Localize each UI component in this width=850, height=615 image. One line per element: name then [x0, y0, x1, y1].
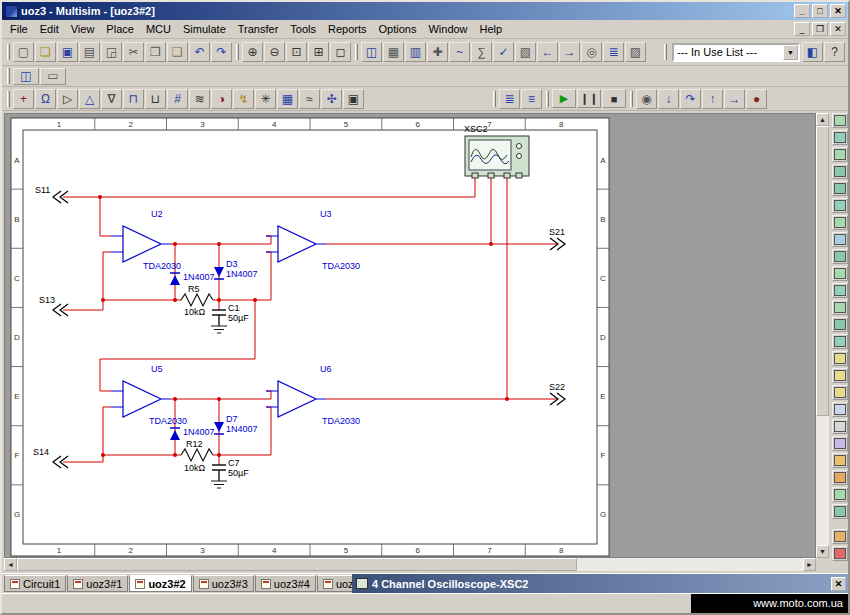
component-wizard-icon[interactable]: ✚: [427, 42, 448, 62]
svg-text:S13[interactable]: S13: [39, 295, 55, 305]
agilent-multimeter-icon[interactable]: [832, 368, 848, 383]
paste-icon[interactable]: ❑: [167, 42, 188, 62]
svg-text:U2[interactable]: U2: [151, 209, 163, 219]
place-power-icon[interactable]: ↯: [233, 89, 254, 109]
svg-text:1N4007[interactable]: 1N4007: [226, 269, 258, 279]
svg-text:50µF[interactable]: 50µF: [228, 313, 249, 323]
instrument-icon[interactable]: [832, 504, 848, 519]
scroll-left-icon[interactable]: ◄: [4, 558, 17, 571]
print-preview-icon[interactable]: ◲: [101, 42, 122, 62]
tab-uoz3-3[interactable]: uoz3#3: [193, 575, 254, 592]
scope-terminal[interactable]: [472, 173, 478, 178]
ladder-rungs-icon[interactable]: ≣: [499, 89, 520, 109]
multimeter-icon[interactable]: [832, 113, 848, 128]
scope-terminal[interactable]: [488, 173, 494, 178]
find-icon[interactable]: ◎: [581, 42, 602, 62]
oscilloscope-panel-titlebar[interactable]: 4 Channel Oscilloscope-XSC2 ✕: [352, 574, 848, 593]
current-probe-icon[interactable]: [832, 470, 848, 485]
zoom-out-icon[interactable]: ⊖: [264, 42, 285, 62]
mdi-minimize-button[interactable]: _: [794, 22, 810, 36]
svg-text:10kΩ[interactable]: 10kΩ: [184, 307, 206, 317]
svg-text:R5[interactable]: R5: [188, 284, 200, 294]
svg-text:TDA2030[interactable]: TDA2030: [143, 261, 181, 271]
open-icon[interactable]: ❏: [35, 42, 56, 62]
menu-view[interactable]: View: [65, 21, 101, 37]
zoom-full-icon[interactable]: ◻: [330, 42, 351, 62]
place-misc-digital-icon[interactable]: #: [167, 89, 188, 109]
scroll-right-icon[interactable]: ►: [803, 558, 816, 571]
logic-analyzer-icon[interactable]: [832, 249, 848, 264]
instrument-icon[interactable]: [832, 546, 848, 561]
zoom-fit-icon[interactable]: ⊞: [308, 42, 329, 62]
toolbar-grip[interactable]: [236, 44, 239, 60]
distortion-analyzer-icon[interactable]: [832, 300, 848, 315]
stop-icon[interactable]: ■: [602, 89, 626, 108]
toolbar-grip[interactable]: [7, 44, 10, 60]
toolbar-grip[interactable]: [664, 44, 667, 60]
wattmeter-icon[interactable]: [832, 147, 848, 162]
save-icon[interactable]: ▣: [57, 42, 78, 62]
minimize-button[interactable]: _: [794, 4, 810, 18]
description-box-icon[interactable]: ▭: [40, 68, 66, 85]
instrument-icon[interactable]: [832, 487, 848, 502]
oscilloscope-icon[interactable]: [832, 164, 848, 179]
svg-text:C1[interactable]: C1: [228, 303, 240, 313]
place-transistor-icon[interactable]: △: [79, 89, 100, 109]
toolbar-grip[interactable]: [546, 91, 549, 107]
place-basic-icon[interactable]: Ω: [35, 89, 56, 109]
toolbar-grip[interactable]: [493, 91, 496, 107]
place-mcu-icon[interactable]: ▣: [343, 89, 364, 109]
postprocessor-icon[interactable]: ∑: [471, 42, 492, 62]
ladder-segments-icon[interactable]: ≡: [521, 89, 542, 109]
labview-instruments-icon[interactable]: [832, 419, 848, 434]
place-source-icon[interactable]: +: [13, 89, 34, 109]
menu-file[interactable]: File: [4, 21, 34, 37]
toolbar-grip[interactable]: [7, 68, 10, 84]
toolbar-grip[interactable]: [355, 44, 358, 60]
place-diode-icon[interactable]: ▷: [57, 89, 78, 109]
undo-icon[interactable]: ↶: [189, 42, 210, 62]
oscilloscope-panel-close-button[interactable]: ✕: [831, 577, 846, 591]
vertical-scroll-thumb[interactable]: [816, 126, 829, 416]
maximize-button[interactable]: □: [812, 4, 828, 18]
forward-annotate-icon[interactable]: →: [559, 42, 580, 62]
in-use-list-combo[interactable]: --- In Use List --- ▼: [672, 43, 800, 62]
svg-text:R12[interactable]: R12: [186, 439, 203, 449]
iv-analyzer-icon[interactable]: [832, 283, 848, 298]
project-bar-toggle-icon[interactable]: ◫: [13, 68, 39, 85]
database-manager-icon[interactable]: ▥: [405, 42, 426, 62]
tab-circuit1[interactable]: Circuit1: [4, 575, 66, 592]
step-into-icon[interactable]: ↓: [658, 89, 679, 109]
agilent-oscilloscope-icon[interactable]: [832, 385, 848, 400]
place-advanced-peripherals-icon[interactable]: ▦: [277, 89, 298, 109]
design-toolbox-icon[interactable]: ◫: [361, 42, 382, 62]
zoom-area-icon[interactable]: ⊡: [286, 42, 307, 62]
place-analog-icon[interactable]: ∇: [101, 89, 122, 109]
context-help-icon[interactable]: ◧: [802, 42, 823, 62]
capture-area-icon[interactable]: ▧: [515, 42, 536, 62]
svg-text:1N4007[interactable]: 1N4007: [183, 272, 215, 282]
place-misc-icon[interactable]: ✳: [255, 89, 276, 109]
place-ttl-icon[interactable]: ⊓: [123, 89, 144, 109]
run-to-cursor-icon[interactable]: →: [724, 89, 745, 109]
pause-at-condition-icon[interactable]: ◉: [636, 89, 657, 109]
close-button[interactable]: ✕: [830, 4, 846, 18]
breakpoint-icon[interactable]: ●: [746, 89, 767, 109]
svg-text:C7[interactable]: C7: [228, 458, 240, 468]
run-icon[interactable]: ▶: [552, 89, 576, 108]
scroll-up-icon[interactable]: ▲: [816, 113, 829, 126]
cut-icon[interactable]: ✂: [123, 42, 144, 62]
svg-text:10kΩ[interactable]: 10kΩ: [184, 463, 206, 473]
copy-icon[interactable]: ❐: [145, 42, 166, 62]
toolbar-grip[interactable]: [630, 91, 633, 107]
scope-terminal[interactable]: [504, 173, 510, 178]
svg-text:U3[interactable]: U3: [320, 209, 332, 219]
schematic-canvas[interactable]: 1122334455667788AABBCCDDEEFFGG: [4, 113, 816, 558]
help-icon[interactable]: ?: [824, 42, 845, 62]
svg-text:S11[interactable]: S11: [35, 185, 50, 195]
svg-text:TDA2030[interactable]: TDA2030: [322, 416, 360, 426]
svg-text:TDA2030[interactable]: TDA2030: [149, 416, 187, 426]
menu-options[interactable]: Options: [373, 21, 423, 37]
svg-text:D7[interactable]: D7: [226, 414, 238, 424]
elvis-instruments-icon[interactable]: [832, 436, 848, 451]
